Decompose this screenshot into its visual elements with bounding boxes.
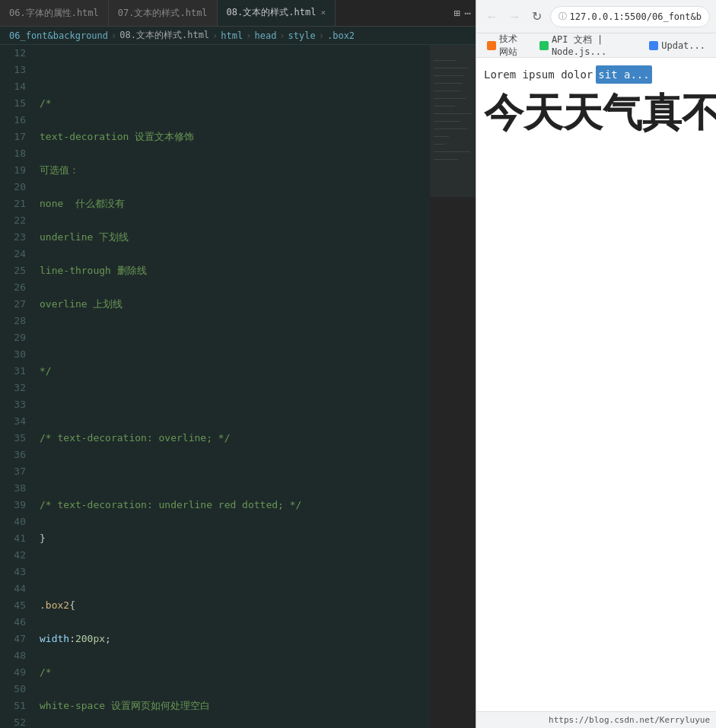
breadcrumb-sep5: › (319, 30, 324, 41)
bookmark-api-icon (539, 41, 549, 50)
browser-panel: ← → ↻ ⓘ 127.0.0.1:5500/06_font&b 技术网站 AP… (476, 0, 716, 728)
breadcrumb-sep3: › (246, 30, 251, 41)
tab-font[interactable]: 06.字体的属性.html (0, 0, 109, 27)
bookmark-api[interactable]: API 文档 | Node.js... (535, 32, 638, 59)
breadcrumb-sep4: › (279, 30, 285, 41)
tab-text-style[interactable]: 07.文本的样式.html (109, 0, 218, 27)
code-line-31: white-space 设置网页如何处理空白 (40, 698, 430, 714)
bookmark-tech-icon (487, 41, 496, 50)
address-bar[interactable]: ⓘ 127.0.0.1:5500/06_font&b (550, 6, 710, 27)
code-line-17: underline 下划线 (40, 229, 430, 246)
code-line-13: /* (40, 95, 430, 112)
svg-rect-15 (430, 45, 476, 197)
lock-icon: ⓘ (558, 11, 567, 22)
bookmark-tech[interactable]: 技术网站 (482, 31, 529, 60)
code-line-29: width: 200px; (40, 631, 430, 647)
code-line-22 (40, 396, 430, 413)
editor-panel: 06.字体的属性.html 07.文本的样式.html 08.文本的样式.htm… (0, 0, 476, 728)
code-line-19: overline 上划线 (40, 296, 430, 313)
breadcrumb-html: html (221, 30, 243, 41)
tab-icons: ⊞ ⋯ (453, 7, 476, 19)
lorem-container: Lorem ipsum dolor sit a... (484, 65, 708, 84)
reload-button[interactable]: ↻ (527, 6, 547, 27)
breadcrumb-style: style (288, 30, 316, 41)
bookmark-update-label: Updat... (661, 40, 705, 51)
code-line-30: /* (40, 664, 430, 681)
split-editor-icon[interactable]: ⊞ (453, 7, 460, 19)
breadcrumb: 06_font&background › 08.文本的样式.html › htm… (0, 27, 476, 45)
breadcrumb-box2: .box2 (327, 30, 355, 41)
code-area: 1213141516 1718192021 2223242526 2728293… (0, 45, 476, 728)
bookmark-update[interactable]: Updat... (644, 39, 710, 52)
code-line-26: } (40, 530, 430, 547)
status-url: https://blog.csdn.net/Kerryluyue (549, 715, 710, 725)
code-line-14: text-decoration 设置文本修饰 (40, 129, 430, 145)
code-line-18: line-through 删除线 (40, 262, 430, 279)
more-tabs-icon[interactable]: ⋯ (465, 7, 471, 19)
lorem-text: Lorem ipsum dolor (484, 66, 593, 83)
bookmark-tech-label: 技术网站 (499, 33, 524, 59)
bookmark-api-label: API 文档 | Node.js... (552, 33, 634, 57)
line-numbers: 1213141516 1718192021 2223242526 2728293… (0, 45, 32, 728)
breadcrumb-root: 06_font&background (9, 30, 108, 41)
code-line-27 (40, 564, 430, 580)
browser-content: Lorem ipsum dolor sit a... 今天天气真不 (476, 58, 716, 711)
code-line-24 (40, 463, 430, 480)
bookmark-update-icon (649, 41, 658, 50)
code-line-28: .box2{ (40, 597, 430, 614)
back-button[interactable]: ← (482, 6, 502, 27)
code-line-12 (40, 62, 430, 78)
tab-text-style-active-label: 08.文本的样式.html (227, 6, 317, 19)
breadcrumb-file: 08.文本的样式.html (119, 29, 209, 42)
breadcrumb-head: head (254, 30, 276, 41)
code-line-23: /* text-decoration: overline; */ (40, 430, 430, 447)
chinese-big-text: 今天天气真不 (484, 87, 708, 140)
code-line-15: 可选值： (40, 162, 430, 179)
bookmarks-bar: 技术网站 API 文档 | Node.js... Updat... (476, 33, 716, 58)
browser-status-bar: https://blog.csdn.net/Kerryluyue (476, 711, 716, 728)
tab-text-style-active[interactable]: 08.文本的样式.html × (218, 0, 336, 27)
browser-toolbar: ← → ↻ ⓘ 127.0.0.1:5500/06_font&b (476, 0, 716, 33)
tab-bar: 06.字体的属性.html 07.文本的样式.html 08.文本的样式.htm… (0, 0, 476, 27)
code-line-25: /* text-decoration: underline red dotted… (40, 497, 430, 513)
tab-font-label: 06.字体的属性.html (9, 7, 99, 20)
url-text: 127.0.0.1:5500/06_font&b (570, 11, 702, 22)
code-line-20 (40, 329, 430, 346)
code-line-21: */ (40, 363, 430, 380)
breadcrumb-sep1: › (111, 30, 116, 41)
tab-close-icon[interactable]: × (320, 8, 326, 17)
breadcrumb-sep2: › (212, 30, 218, 41)
minimap (430, 45, 476, 728)
sit-highlight: sit a... (596, 65, 651, 84)
tab-text-style-label: 07.文本的样式.html (118, 7, 208, 20)
code-line-16: none 什么都没有 (40, 196, 430, 212)
forward-button[interactable]: → (505, 6, 525, 27)
code-content[interactable]: /* text-decoration 设置文本修饰 可选值： none 什么都没… (32, 45, 430, 728)
